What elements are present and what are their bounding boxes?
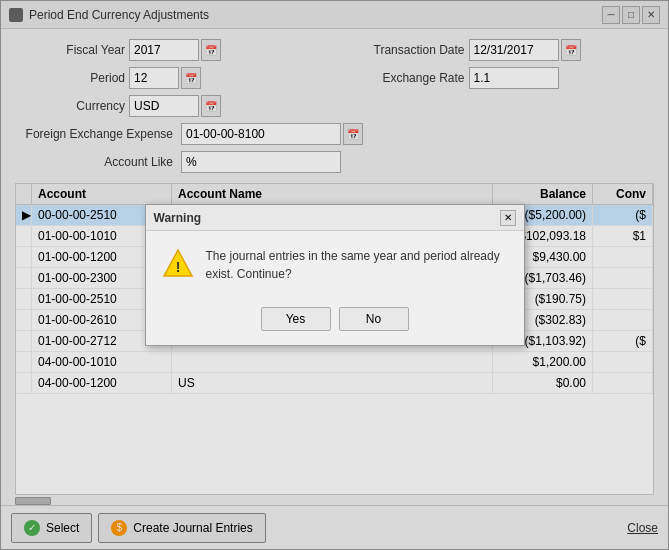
modal-title: Warning [154, 211, 202, 225]
modal-buttons: Yes No [146, 299, 524, 345]
svg-text:!: ! [175, 259, 180, 275]
modal-overlay: Warning ✕ ! The journal entries in the s… [0, 0, 669, 550]
modal-body: ! The journal entries in the same year a… [146, 231, 524, 299]
modal-title-bar: Warning ✕ [146, 205, 524, 231]
no-button[interactable]: No [339, 307, 409, 331]
warning-modal: Warning ✕ ! The journal entries in the s… [145, 204, 525, 346]
modal-message: The journal entries in the same year and… [206, 247, 508, 283]
yes-button[interactable]: Yes [261, 307, 331, 331]
modal-close-button[interactable]: ✕ [500, 210, 516, 226]
warning-icon: ! [162, 247, 194, 279]
